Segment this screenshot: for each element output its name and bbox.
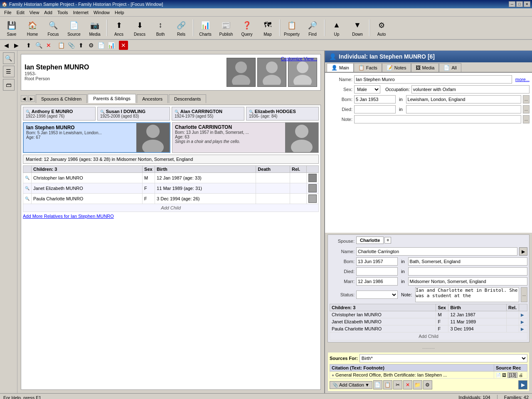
add-child-row[interactable]: Add Child	[23, 204, 319, 212]
media-button[interactable]: 📷 Media	[85, 17, 105, 38]
rc-child-2-nav[interactable]: ▶	[519, 318, 527, 325]
spouse-born-place[interactable]	[408, 257, 527, 266]
back-button[interactable]: ◀	[2, 41, 11, 50]
tab-all[interactable]: 📄 All	[439, 63, 461, 72]
up-button[interactable]: ▲ Up	[327, 17, 347, 38]
menu-edit[interactable]: Edit	[14, 9, 27, 16]
source-tb-btn-6[interactable]: ⚙	[423, 380, 432, 389]
spouse-died-date[interactable]	[356, 267, 398, 276]
more-link[interactable]: more...	[515, 77, 530, 82]
property-button[interactable]: 📋 Property	[282, 17, 302, 38]
tab-spouses-children[interactable]: Spouses & Children	[36, 94, 87, 103]
died-place-btn[interactable]: …	[523, 105, 530, 113]
side-db-button[interactable]: 🗃	[3, 79, 15, 91]
map-button[interactable]: 🗺 Map	[258, 17, 278, 38]
close-button[interactable]: ✕	[524, 1, 530, 7]
tb2-btn4[interactable]: ⚙	[86, 41, 96, 50]
tab-media[interactable]: 🖼 Media	[411, 63, 439, 72]
menu-internet[interactable]: Internet	[71, 9, 91, 16]
grandparent-3[interactable]: 🔍 Alan CARRINGTON 1924-1979 (aged 55)	[172, 107, 244, 121]
customize-view-link[interactable]: Customize View...	[281, 56, 317, 61]
menu-tools[interactable]: Tools	[55, 9, 71, 16]
menu-add[interactable]: Add	[42, 9, 55, 16]
menu-window[interactable]: Window	[91, 9, 112, 16]
rels-button[interactable]: 🔗 Rels	[171, 17, 191, 38]
rc-child-1-nav[interactable]: ▶	[519, 311, 527, 318]
menu-help[interactable]: Help	[112, 9, 127, 16]
tab-descendants[interactable]: Descendants	[169, 94, 206, 103]
spouse-note-input[interactable]: Ian and Charlotte met in Bristol. She wa…	[415, 287, 519, 302]
grandparent-4[interactable]: 🔍 Elizabeth HODGES 1936- (age: 84)	[246, 107, 319, 121]
focus-button[interactable]: 🔍 Focus	[43, 17, 63, 38]
tb2-btn5[interactable]: 📄	[96, 41, 106, 50]
child-row-3[interactable]: 🔍 Paula Charlotte MUNRO F 3 Dec 1994 (ag…	[23, 194, 319, 204]
spouse-died-place[interactable]	[408, 267, 527, 276]
tb2-btn3[interactable]: ⬆	[76, 41, 86, 50]
add-spouse-button[interactable]: +	[384, 237, 391, 244]
tab-notes[interactable]: 📝 Notes	[382, 63, 411, 72]
died-date-input[interactable]	[354, 105, 396, 113]
stop-button[interactable]: ✕	[44, 41, 53, 50]
marr-date[interactable]	[356, 277, 398, 286]
born-place-input[interactable]	[406, 95, 521, 103]
add-citation-button[interactable]: 📎 Add Citation ▼	[330, 381, 372, 389]
born-place-btn[interactable]: …	[523, 95, 530, 103]
source-button[interactable]: 📄 Source	[64, 17, 84, 38]
menu-view[interactable]: View	[27, 9, 42, 16]
sources-dropdown[interactable]: Birth*	[360, 354, 527, 362]
tb2-btn6[interactable]: 📊	[106, 41, 116, 50]
add-relatives-link[interactable]: Add More Relatives for Ian Stephen MUNRO	[23, 212, 319, 220]
nav-forward-arrow[interactable]: ▶	[28, 95, 35, 102]
both-button[interactable]: ↕ Both	[150, 17, 170, 38]
note-btn[interactable]: …	[523, 115, 530, 123]
tab-parents-siblings[interactable]: Parents & Siblings	[88, 94, 136, 103]
source-tb-btn-2[interactable]: 📋	[383, 380, 392, 389]
rc-add-child-cell[interactable]: Add Child	[330, 332, 527, 340]
name-input[interactable]	[354, 75, 512, 84]
source-tb-btn-1[interactable]: 📄	[373, 380, 382, 389]
spouse-name-input[interactable]	[356, 247, 517, 256]
tb2-btn1[interactable]: 📋	[57, 41, 66, 50]
rc-child-3-nav[interactable]: ▶	[519, 325, 527, 332]
status-select[interactable]	[356, 291, 398, 299]
ancs-button[interactable]: ⬆ Ancs	[109, 17, 129, 38]
side-list-button[interactable]: ☰	[3, 66, 15, 77]
rc-child-row-1[interactable]: Christopher Ian MUNRO M 12 Jan 1987 ▶	[330, 311, 527, 318]
query-button[interactable]: ❓ Query	[237, 17, 257, 38]
spouse-born-date[interactable]	[356, 257, 398, 266]
sex-select[interactable]: Male Female	[354, 85, 380, 94]
tb2-close[interactable]: ✕	[119, 41, 128, 50]
down-button[interactable]: ▼ Down	[347, 17, 367, 38]
spouse-note-btn[interactable]: …	[521, 287, 527, 302]
tab-ancestors[interactable]: Ancestors	[137, 94, 168, 103]
home-button[interactable]: 🏠 Home	[22, 17, 42, 38]
rc-child-row-3[interactable]: Paula Charlotte MUNRO F 3 Dec 1994 ▶	[330, 325, 527, 332]
note-input[interactable]	[354, 115, 521, 123]
source-tb-btn-3[interactable]: ✂	[393, 380, 402, 389]
grandparent-2[interactable]: 🔍 Susan I DOWLING 1925-2008 (aged 83)	[97, 107, 170, 121]
died-place-input[interactable]	[406, 105, 521, 113]
menu-file[interactable]: File	[2, 9, 14, 16]
source-tb-btn-4[interactable]: ✕	[403, 380, 412, 389]
charts-button[interactable]: 📊 Charts	[195, 17, 215, 38]
rc-add-child-row[interactable]: Add Child	[330, 332, 527, 340]
marr-place[interactable]	[408, 277, 527, 286]
child-row-1[interactable]: 🔍 Christopher Ian MUNRO M 12 Jan 1987 (a…	[23, 173, 319, 183]
search-button[interactable]: 🔍	[34, 41, 43, 50]
nav-up-button[interactable]: ⬆	[24, 41, 33, 50]
tab-facts[interactable]: 📋 Facts	[354, 63, 382, 72]
occupation-input[interactable]	[411, 85, 530, 94]
forward-button[interactable]: ▶	[12, 41, 21, 50]
tb2-btn2[interactable]: 📎	[66, 41, 76, 50]
tab-main[interactable]: 👤 Main	[327, 63, 354, 72]
minimize-button[interactable]: ─	[509, 1, 515, 7]
save-button[interactable]: 💾 Save	[2, 17, 22, 38]
source-tb-btn-5[interactable]: 📁	[413, 380, 422, 389]
born-date-input[interactable]	[354, 95, 396, 103]
spouse-nav-btn[interactable]: ▶	[519, 247, 527, 256]
rc-child-row-2[interactable]: Janet Elizabeth MUNRO F 11 Mar 1989 ▶	[330, 318, 527, 325]
source-tb-btn-7[interactable]: ▶	[518, 380, 527, 389]
nav-back-arrow[interactable]: ◀	[21, 95, 27, 102]
publish-button[interactable]: 📰 Publish	[216, 17, 236, 38]
maximize-button[interactable]: □	[516, 1, 523, 7]
